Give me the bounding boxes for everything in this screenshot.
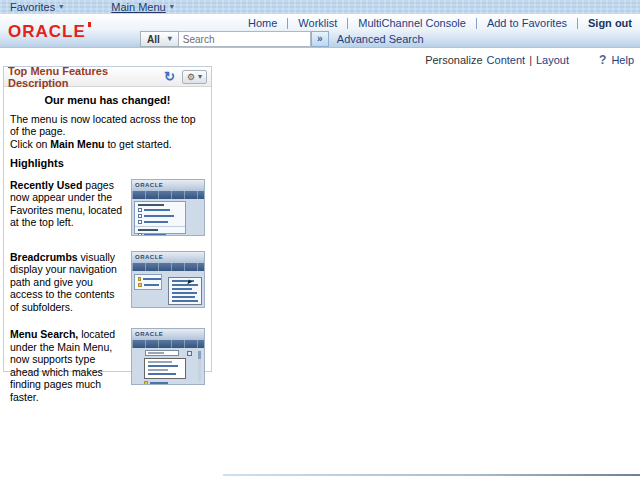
main-menu-emphasis: Main Menu xyxy=(50,138,104,150)
highlight-text: Menu Search, located under the Main Menu… xyxy=(10,328,128,403)
thumbnail-link-row xyxy=(138,214,185,218)
thumbnail-line xyxy=(144,284,159,286)
thumbnail-line xyxy=(144,221,168,223)
personalize-divider: | xyxy=(529,54,532,66)
thumbnail-menu-bar xyxy=(132,340,204,348)
thumbnail-line xyxy=(143,278,161,280)
header-nav-links: Home Worklist MultiChannel Console Add t… xyxy=(248,17,632,29)
search-bar: All ▾ » Advanced Search xyxy=(140,31,424,47)
highlight-text: Recently Used pages now appear under the… xyxy=(10,179,128,229)
highlight-recently-used: Recently Used pages now appear under the… xyxy=(10,179,205,236)
thumbnail-line xyxy=(138,229,158,231)
personalize-label: Personalize xyxy=(425,54,482,66)
nav-home-link[interactable]: Home xyxy=(248,17,277,29)
pagelet-body: Our menu has changed! The menu is now lo… xyxy=(4,87,211,403)
thumbnail-line xyxy=(144,209,170,211)
thumbnail-folder-icon xyxy=(138,283,142,287)
thumbnail-breadcrumb-bar xyxy=(132,263,204,271)
help-icon[interactable]: ? xyxy=(599,53,606,67)
nav-divider xyxy=(347,18,348,29)
thumbnail-link-row xyxy=(138,208,185,212)
thumbnail-divider xyxy=(135,226,185,227)
gear-icon: ⚙ xyxy=(187,72,195,82)
sign-out-link[interactable]: Sign out xyxy=(588,17,632,29)
highlight-text: Breadcrumbs visually display your naviga… xyxy=(10,251,128,314)
thumbnail-search-box xyxy=(145,350,179,356)
thumbnail-checkbox xyxy=(138,220,142,224)
favorites-menu[interactable]: Favorites ▾ xyxy=(0,0,73,14)
search-input[interactable] xyxy=(179,31,311,47)
search-scope-select[interactable]: All ▾ xyxy=(140,31,179,47)
thumbnail-line xyxy=(148,352,164,354)
thumbnail-link-row xyxy=(138,220,185,224)
top-menu-features-pagelet: Top Menu Features Description ↻ ⚙ ▾ Our … xyxy=(3,66,212,372)
pagelet-header: Top Menu Features Description ↻ ⚙ ▾ xyxy=(4,67,211,87)
thumbnail-submenu-dropdown xyxy=(168,277,202,305)
thumbnail-typeahead-dropdown xyxy=(144,358,186,379)
thumbnail-line xyxy=(144,215,174,217)
search-go-button[interactable]: » xyxy=(311,31,329,47)
personalize-row: Personalize Content | Layout ? Help xyxy=(425,53,634,67)
personalize-layout-link[interactable]: Layout xyxy=(536,54,569,66)
thumbnail-line xyxy=(150,382,168,384)
thumbnail-checkbox xyxy=(138,214,142,218)
thumbnail-oracle-logo: ORACLE xyxy=(132,252,204,263)
thumbnail-folder-row xyxy=(138,283,161,287)
thumbnail-checkbox xyxy=(138,233,142,236)
thumbnail-magnifier-icon xyxy=(187,351,192,356)
nav-add-to-favorites-link[interactable]: Add to Favorites xyxy=(487,17,567,29)
thumbnail-line xyxy=(148,373,176,375)
main-menu-label: Main Menu xyxy=(111,1,165,13)
intro-line2: Click on Main Menu to get started. xyxy=(10,138,205,151)
thumbnail-line xyxy=(172,284,198,286)
thumbnail-line xyxy=(148,369,168,371)
thumbnail-line xyxy=(148,365,178,367)
nav-divider xyxy=(287,18,288,29)
thumbnail-line xyxy=(148,361,172,363)
personalize-content-link[interactable]: Content xyxy=(487,54,526,66)
intro-paragraph: The menu is now located across the top o… xyxy=(10,113,205,151)
thumbnail-line xyxy=(172,292,197,294)
thumbnail-line xyxy=(172,296,195,298)
thumbnail-folder-panel xyxy=(134,274,162,290)
top-menu-bar: Favorites ▾ Main Menu ▾ xyxy=(0,0,640,14)
thumbnail-menu-bar xyxy=(132,191,204,199)
pagelet-options-button[interactable]: ⚙ ▾ xyxy=(182,70,207,84)
logo-trademark xyxy=(88,22,91,27)
recently-used-thumbnail: ORACLE xyxy=(131,179,205,236)
main-menu[interactable]: Main Menu ▾ xyxy=(101,0,183,14)
thumbnail-scroll-thumb xyxy=(198,351,201,359)
pagelet-title: Top Menu Features Description xyxy=(8,65,164,89)
highlight-menu-search: Menu Search, located under the Main Menu… xyxy=(10,328,205,403)
nav-multichannel-console-link[interactable]: MultiChannel Console xyxy=(358,17,466,29)
chevron-down-icon: ▾ xyxy=(198,73,202,81)
highlights-heading: Highlights xyxy=(10,157,205,170)
oracle-logo: ORACLE xyxy=(8,22,91,42)
chevron-down-icon: ▾ xyxy=(170,3,174,11)
thumbnail-line xyxy=(172,288,192,290)
thumbnail-favorites-dropdown xyxy=(134,201,186,234)
refresh-icon[interactable]: ↻ xyxy=(164,70,175,83)
highlight-breadcrumbs: Breadcrumbs visually display your naviga… xyxy=(10,251,205,314)
thumbnail-folder-icon xyxy=(138,277,141,281)
chevron-down-icon: ▾ xyxy=(168,35,172,43)
nav-divider xyxy=(577,18,578,29)
advanced-search-link[interactable]: Advanced Search xyxy=(337,33,424,45)
header: ORACLE Home Worklist MultiChannel Consol… xyxy=(0,14,640,48)
intro-line1: The menu is now located across the top o… xyxy=(10,113,205,138)
nav-worklist-link[interactable]: Worklist xyxy=(298,17,337,29)
thumbnail-scrollbar xyxy=(198,351,201,381)
nav-divider xyxy=(476,18,477,29)
thumbnail-folder-row xyxy=(138,277,161,281)
announcement-text: Our menu has changed! xyxy=(10,94,205,107)
help-group: ? Help xyxy=(599,53,634,67)
thumbnail-line xyxy=(144,234,166,236)
search-scope-value: All xyxy=(147,34,160,45)
breadcrumbs-thumbnail: ORACLE xyxy=(131,251,205,308)
bottom-edge-bar xyxy=(223,474,640,476)
chevron-down-icon: ▾ xyxy=(59,3,63,11)
thumbnail-line xyxy=(172,300,198,302)
thumbnail-folder-row xyxy=(144,381,168,385)
help-link[interactable]: Help xyxy=(611,54,634,66)
favorites-label: Favorites xyxy=(10,1,55,13)
